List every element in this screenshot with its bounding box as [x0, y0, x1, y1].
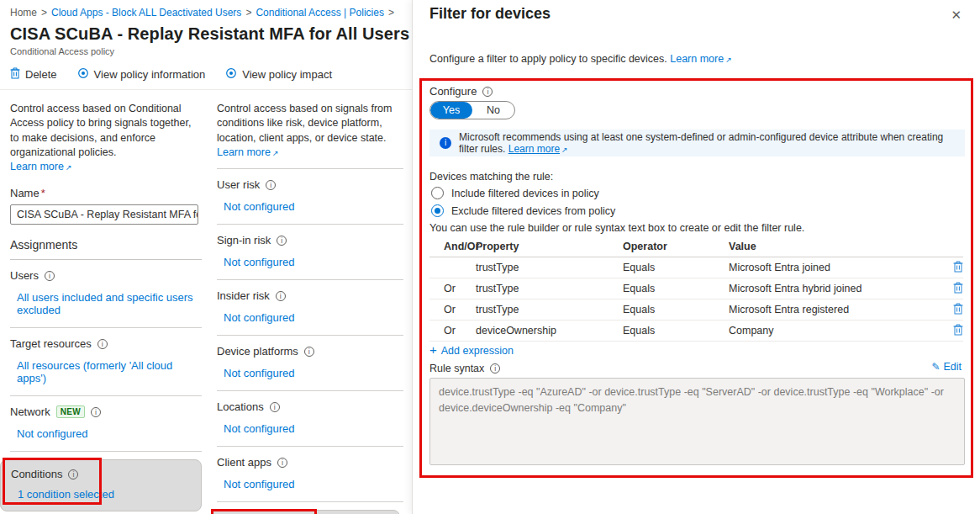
breadcrumb-cloud-apps[interactable]: Cloud Apps - Block ALL Deactivated Users [51, 7, 241, 19]
add-expression-label: Add expression [441, 345, 514, 357]
header-property: Property [476, 241, 623, 252]
sign-in-risk-value-link[interactable]: Not configured [224, 256, 295, 268]
info-icon [482, 87, 493, 97]
header-andor: And/Or [429, 241, 476, 252]
locations-value-link[interactable]: Not configured [224, 422, 295, 435]
users-section: Users All users included and specific us… [10, 260, 202, 328]
screen: Home>Cloud Apps - Block ALL Deactivated … [0, 0, 980, 514]
close-icon[interactable]: ✕ [951, 8, 962, 23]
delete-row-button[interactable] [953, 303, 963, 317]
policy-column: Control access based on Conditional Acce… [10, 102, 202, 514]
table-row: Or trustType Equals Microsoft Entra hybr… [429, 278, 963, 299]
view-policy-information-label: View policy information [94, 68, 206, 81]
delete-label: Delete [25, 68, 57, 81]
info-icon [276, 291, 286, 301]
name-input[interactable]: CISA SCuBA - Replay Resistant MFA for Al… [10, 204, 198, 225]
client-apps-section: Client apps Not configured [217, 447, 403, 502]
conditions-label: Conditions [1, 460, 201, 480]
view-policy-information-button[interactable]: View policy information [77, 67, 206, 82]
cell-operator[interactable]: Equals [623, 304, 729, 315]
external-link-icon: ↗ [272, 149, 279, 157]
cell-andor[interactable]: Or [429, 304, 476, 315]
radio-unselected-icon[interactable] [431, 187, 444, 199]
view-policy-impact-label: View policy impact [242, 68, 332, 81]
delete-row-button[interactable] [953, 282, 963, 296]
page-header: Home>Cloud Apps - Block ALL Deactivated … [0, 0, 412, 90]
toggle-no-option[interactable]: No [472, 102, 514, 119]
cell-andor[interactable]: Or [429, 325, 476, 336]
page-subtitle: Conditional Access policy [10, 46, 412, 56]
cell-operator[interactable]: Equals [623, 325, 729, 336]
external-link-icon: ↗ [725, 56, 732, 64]
assignments-heading: Assignments [10, 225, 202, 260]
cell-value[interactable]: Company [729, 325, 940, 336]
toggle-yes-option[interactable]: Yes [430, 102, 472, 119]
cell-andor[interactable]: Or [429, 283, 476, 294]
sign-in-risk-label: Sign-in risk [217, 234, 403, 246]
network-section: NetworkNEW Not configured [10, 396, 202, 452]
view-policy-impact-button[interactable]: View policy impact [225, 67, 332, 82]
editor-columns: Control access based on Conditional Acce… [0, 90, 412, 514]
insider-risk-section: Insider risk Not configured [217, 280, 403, 336]
radio-exclude-filtered[interactable]: Exclude filtered devices from policy [431, 204, 615, 217]
external-link-icon: ↗ [561, 146, 568, 154]
info-icon [277, 458, 287, 468]
cell-property[interactable]: trustType [476, 283, 623, 294]
conditions-description-text: Control access based on signals from con… [217, 103, 392, 144]
locations-section: Locations Not configured [217, 391, 403, 447]
new-badge: NEW [56, 405, 85, 418]
network-label: NetworkNEW [10, 405, 202, 418]
cell-value[interactable]: Microsoft Entra registered [729, 304, 940, 315]
info-icon [270, 402, 280, 412]
user-risk-value-link[interactable]: Not configured [224, 200, 295, 213]
insider-risk-label: Insider risk [217, 289, 403, 302]
learn-more-link[interactable]: Learn more [670, 53, 724, 65]
pencil-icon: ✎ [931, 361, 940, 373]
radio-exclude-label: Exclude filtered devices from policy [451, 205, 615, 217]
cell-value[interactable]: Microsoft Entra hybrid joined [729, 283, 940, 294]
edit-rule-syntax-button[interactable]: ✎ Edit [931, 361, 962, 373]
cell-property[interactable]: trustType [476, 304, 623, 315]
users-label: Users [10, 269, 202, 282]
breadcrumb-conditional-access[interactable]: Conditional Access | Policies [256, 7, 384, 19]
breadcrumb-home[interactable]: Home [10, 7, 37, 19]
client-apps-value-link[interactable]: Not configured [224, 478, 295, 490]
device-platforms-value-link[interactable]: Not configured [224, 367, 295, 379]
conditions-value-link[interactable]: 1 condition selected [18, 488, 114, 501]
cell-operator[interactable]: Equals [623, 283, 729, 294]
conditions-section-highlighted[interactable]: Conditions 1 condition selected [0, 459, 202, 511]
filter-for-devices-section-highlighted[interactable]: Filter for devices Exclude filtered devi… [210, 510, 400, 514]
learn-more-link[interactable]: Learn more [217, 146, 271, 158]
target-resources-section: Target resources All resources (formerly… [10, 328, 202, 396]
target-resources-label: Target resources [10, 337, 202, 350]
add-expression-button[interactable]: Add expression [429, 345, 514, 357]
network-value-link[interactable]: Not configured [17, 427, 88, 440]
policy-description: Control access based on Conditional Acce… [10, 102, 202, 174]
cell-value[interactable]: Microsoft Entra joined [729, 262, 940, 273]
radio-include-filtered[interactable]: Include filtered devices in policy [431, 187, 599, 199]
panel-description-text: Configure a filter to apply policy to sp… [429, 53, 667, 65]
toolbar: Delete View policy information View poli… [10, 67, 412, 89]
rule-syntax-textarea[interactable]: device.trustType -eq "AzureAD" -or devic… [429, 378, 965, 465]
info-icon [304, 347, 314, 357]
target-resources-value-link[interactable]: All resources (formerly 'All cloud apps'… [17, 359, 202, 384]
users-value-link[interactable]: All users included and specific users ex… [17, 291, 202, 316]
cell-property[interactable]: deviceOwnership [476, 325, 623, 336]
cell-property[interactable]: trustType [476, 262, 623, 273]
device-platforms-label: Device platforms [217, 345, 403, 358]
radio-selected-icon[interactable] [431, 204, 444, 217]
insider-risk-value-link[interactable]: Not configured [224, 311, 295, 324]
delete-row-button[interactable] [953, 261, 963, 275]
eye-icon [225, 67, 237, 82]
delete-row-button[interactable] [953, 324, 963, 338]
conditions-description: Control access based on signals from con… [217, 102, 403, 169]
learn-more-link[interactable]: Learn more [10, 161, 64, 172]
banner-learn-more-link[interactable]: Learn more [508, 143, 560, 155]
external-link-icon: ↗ [66, 163, 72, 172]
info-icon [97, 339, 108, 349]
rule-builder-hint: You can use the rule builder or rule syn… [429, 222, 804, 234]
configure-toggle[interactable]: Yes No [429, 101, 515, 119]
cell-operator[interactable]: Equals [623, 262, 729, 273]
delete-button[interactable]: Delete [10, 67, 57, 82]
breadcrumb: Home>Cloud Apps - Block ALL Deactivated … [10, 7, 412, 19]
